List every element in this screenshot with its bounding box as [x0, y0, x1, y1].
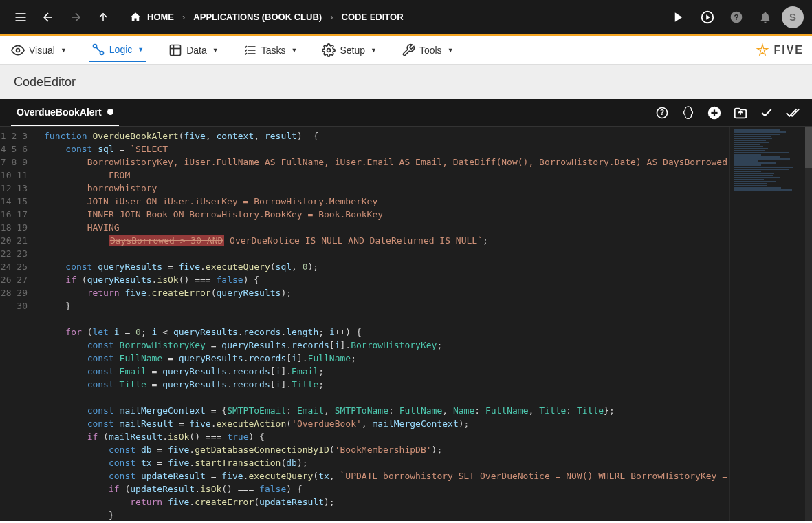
forward-icon[interactable]	[63, 5, 88, 30]
breadcrumb-label: APPLICATIONS (BOOK CLUB)	[193, 12, 322, 22]
breadcrumb: HOME › APPLICATIONS (BOOK CLUB) › CODE E…	[124, 11, 409, 23]
svg-line-14	[96, 47, 100, 52]
modified-indicator-icon	[107, 109, 113, 115]
svg-point-11	[17, 48, 20, 52]
menu-tools[interactable]: Tools▼	[399, 39, 457, 61]
svg-marker-6	[675, 12, 683, 22]
breadcrumb-apps[interactable]: APPLICATIONS (BOOK CLUB)	[188, 12, 327, 22]
notifications-icon[interactable]	[753, 5, 778, 30]
editor-help-icon[interactable]: ?	[654, 105, 670, 121]
breadcrumb-home[interactable]: HOME	[124, 11, 179, 23]
logo: FIVE	[756, 43, 804, 57]
svg-marker-22	[758, 44, 768, 54]
code-area[interactable]: function OverdueBookAlert(five, context,…	[37, 127, 729, 521]
up-icon[interactable]	[91, 5, 116, 30]
svg-point-12	[93, 44, 96, 47]
page-title: CodeEditor	[0, 65, 812, 99]
save-all-icon[interactable]	[784, 105, 801, 121]
chevron-right-icon: ›	[330, 12, 333, 22]
menu-setup[interactable]: Setup▼	[319, 39, 380, 61]
menu-data[interactable]: Data▼	[166, 39, 221, 61]
minimap[interactable]	[729, 127, 812, 521]
back-icon[interactable]	[36, 5, 61, 30]
chevron-down-icon: ▼	[61, 47, 67, 54]
menu-tasks[interactable]: Tasks▼	[241, 39, 300, 61]
breadcrumb-editor[interactable]: CODE EDITOR	[336, 12, 409, 22]
chevron-down-icon: ▼	[292, 47, 298, 54]
chevron-down-icon: ▼	[371, 47, 377, 54]
open-icon[interactable]	[732, 105, 749, 121]
svg-marker-8	[706, 14, 710, 19]
chevron-down-icon: ▼	[138, 46, 144, 53]
svg-text:?: ?	[734, 12, 738, 21]
ai-icon[interactable]	[680, 105, 696, 121]
breadcrumb-label: HOME	[147, 12, 174, 22]
menu-icon[interactable]	[8, 5, 33, 30]
scrollbar-thumb[interactable]	[805, 127, 812, 168]
editor-tab[interactable]: OverdueBookAlert	[11, 99, 119, 126]
menu-visual[interactable]: Visual▼	[8, 39, 69, 61]
svg-rect-15	[171, 45, 181, 55]
code-editor: OverdueBookAlert ? 1 2 3 4 5 6 7 8 9 10 …	[0, 99, 812, 521]
breadcrumb-label: CODE EDITOR	[342, 12, 404, 22]
save-icon[interactable]	[758, 105, 775, 121]
add-icon[interactable]	[706, 105, 723, 121]
chevron-right-icon: ›	[182, 12, 185, 22]
deploy-icon[interactable]	[695, 5, 720, 30]
avatar[interactable]: S	[782, 6, 804, 28]
chevron-down-icon: ▼	[212, 47, 219, 54]
svg-text:?: ?	[660, 109, 664, 116]
menubar: Visual▼ Logic▼ Data▼ Tasks▼ Setup▼ Tools…	[0, 36, 812, 65]
scrollbar[interactable]	[805, 127, 812, 521]
run-icon[interactable]	[666, 5, 691, 30]
help-icon[interactable]: ?	[724, 5, 749, 30]
svg-point-13	[100, 51, 103, 54]
line-gutter: 1 2 3 4 5 6 7 8 9 10 11 12 13 14 15 16 1…	[0, 127, 37, 521]
chevron-down-icon: ▼	[448, 47, 454, 54]
menu-logic[interactable]: Logic▼	[89, 39, 146, 62]
svg-point-21	[327, 48, 331, 52]
topbar: HOME › APPLICATIONS (BOOK CLUB) › CODE E…	[0, 0, 812, 36]
